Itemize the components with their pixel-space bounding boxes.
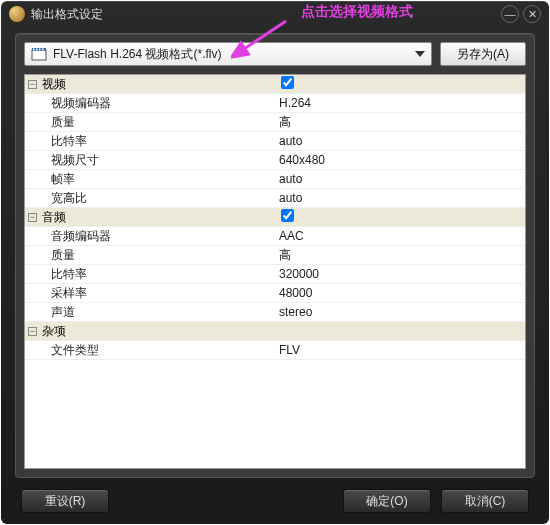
format-select[interactable]: FLV-Flash H.264 视频格式(*.flv): [24, 42, 432, 66]
row-video-encoder[interactable]: 视频编码器H.264: [25, 94, 525, 113]
row-misc-filetype[interactable]: 文件类型FLV: [25, 341, 525, 360]
dropdown-arrow-icon: [415, 51, 425, 57]
row-audio-sample[interactable]: 采样率48000: [25, 284, 525, 303]
section-audio: −音频: [25, 208, 525, 227]
row-video-quality[interactable]: 质量高: [25, 113, 525, 132]
video-enabled-checkbox[interactable]: [281, 76, 294, 89]
row-video-framerate[interactable]: 帧率auto: [25, 170, 525, 189]
content-panel: FLV-Flash H.264 视频格式(*.flv) 另存为(A) −视频 视…: [15, 33, 535, 478]
section-audio-title: 音频: [42, 209, 66, 226]
row-video-size[interactable]: 视频尺寸640x480: [25, 151, 525, 170]
settings-grid: −视频 视频编码器H.264 质量高 比特率auto 视频尺寸640x480 帧…: [24, 74, 526, 469]
footer: 重设(R) 确定(O) 取消(C): [1, 478, 549, 524]
ok-button[interactable]: 确定(O): [343, 489, 431, 513]
audio-enabled-checkbox[interactable]: [281, 209, 294, 222]
output-format-dialog: 输出格式设定 — ✕ 点击选择视频格式 FLV-Flash H.264 视频格式…: [1, 1, 549, 524]
titlebar: 输出格式设定 — ✕: [1, 1, 549, 27]
app-icon: [9, 6, 25, 22]
save-as-button[interactable]: 另存为(A): [440, 42, 526, 66]
row-audio-bitrate[interactable]: 比特率320000: [25, 265, 525, 284]
row-audio-quality[interactable]: 质量高: [25, 246, 525, 265]
svg-rect-4: [36, 49, 38, 51]
svg-rect-1: [32, 50, 46, 60]
svg-rect-6: [42, 49, 44, 51]
svg-rect-3: [33, 49, 35, 51]
collapse-misc-icon[interactable]: −: [28, 327, 37, 336]
collapse-video-icon[interactable]: −: [28, 80, 37, 89]
reset-button[interactable]: 重设(R): [21, 489, 109, 513]
cancel-button[interactable]: 取消(C): [441, 489, 529, 513]
minimize-button[interactable]: —: [501, 5, 519, 23]
section-misc-title: 杂项: [42, 323, 66, 340]
window-title: 输出格式设定: [31, 6, 501, 23]
format-selected-text: FLV-Flash H.264 视频格式(*.flv): [53, 46, 415, 63]
row-audio-channel[interactable]: 声道stereo: [25, 303, 525, 322]
section-video: −视频: [25, 75, 525, 94]
close-button[interactable]: ✕: [523, 5, 541, 23]
row-audio-encoder[interactable]: 音频编码器AAC: [25, 227, 525, 246]
row-video-aspect[interactable]: 宽高比auto: [25, 189, 525, 208]
svg-rect-5: [39, 49, 41, 51]
row-video-bitrate[interactable]: 比特率auto: [25, 132, 525, 151]
section-video-title: 视频: [42, 76, 66, 93]
section-misc: −杂项: [25, 322, 525, 341]
collapse-audio-icon[interactable]: −: [28, 213, 37, 222]
film-icon: [31, 47, 47, 61]
